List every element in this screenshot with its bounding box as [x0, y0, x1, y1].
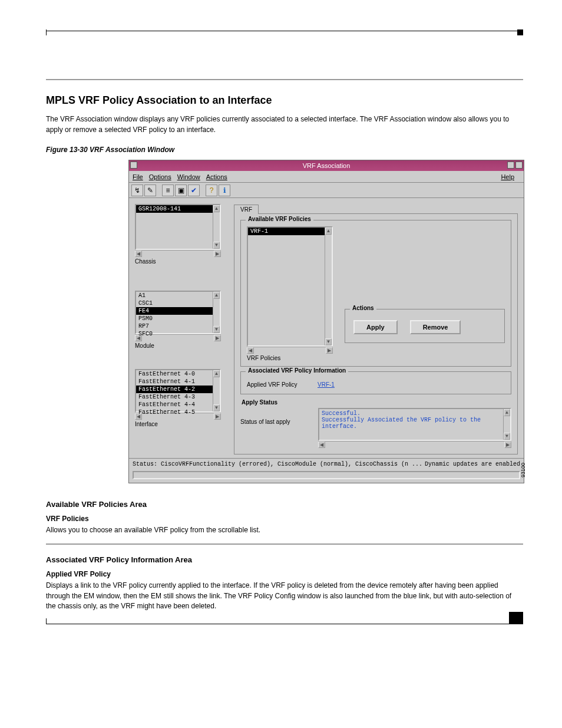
menu-file[interactable]: File	[133, 173, 143, 180]
scrollbar-vertical[interactable]: ▲▼	[213, 370, 220, 411]
list-item[interactable]: FastEthernet 4-2	[136, 386, 213, 393]
list-item[interactable]: FastEthernet 4-3	[136, 393, 213, 401]
tab-panel: Available VRF Policies VRF-1 ▲▼	[234, 213, 518, 454]
intro-paragraph: The VRF Association window displays any …	[46, 114, 523, 135]
list-item[interactable]: FE4	[136, 307, 213, 315]
toolbar-help-icon[interactable]: ?	[206, 185, 217, 196]
scrollbar-vertical[interactable]: ▲▼	[325, 228, 332, 345]
list-item[interactable]: SFC0	[136, 330, 213, 338]
field-label: Applied VRF Policy	[46, 570, 523, 578]
available-vrf-group: Available VRF Policies VRF-1 ▲▼	[240, 220, 511, 367]
list-item[interactable]: VRF-1	[248, 228, 325, 235]
chassis-listbox[interactable]: GSR12008-141 ▲▼	[135, 204, 221, 250]
statusbar: Status: CiscoVRFFunctionality (errored),…	[129, 458, 524, 470]
vrf-policies-listbox[interactable]: VRF-1 ▲▼	[247, 226, 333, 347]
module-listbox[interactable]: A1 CSC1 FE4 PSM0 RP7 SFC0 ▲▼	[135, 291, 221, 334]
status-line: Successful.	[322, 410, 502, 417]
group-legend: Associated VRF Policy Information	[246, 367, 348, 374]
toolbar-icon-4[interactable]: ▣	[175, 185, 187, 196]
maximize-icon[interactable]	[515, 162, 523, 169]
group-legend: Actions	[350, 305, 376, 311]
actions-group: Actions Apply Remove	[345, 309, 505, 343]
menubar: File Options Window Actions Help	[129, 171, 524, 183]
menu-window[interactable]: Window	[177, 173, 200, 180]
list-item[interactable]: RP7	[136, 322, 213, 330]
associated-vrf-area-heading: Associated VRF Policy Information Area	[46, 555, 523, 564]
statusbar-left: Status: CiscoVRFFunctionality (errored),…	[133, 461, 422, 467]
status-line: Successfully Associated the VRF policy t…	[322, 417, 502, 430]
status-last-apply-label: Status of last apply	[240, 408, 311, 425]
apply-button[interactable]: Apply	[353, 320, 398, 334]
figure-id: 93100	[520, 463, 526, 477]
list-item[interactable]: PSM0	[136, 315, 213, 322]
apply-status-heading: Apply Status	[242, 399, 511, 406]
group-legend: Available VRF Policies	[246, 216, 313, 222]
scrollbar-vertical[interactable]: ▲▼	[503, 409, 510, 440]
interface-label: Interface	[135, 421, 228, 427]
list-item[interactable]: A1	[136, 292, 213, 299]
scrollbar-horizontal[interactable]: ◀▶	[318, 441, 511, 448]
scrollbar-horizontal[interactable]: ◀▶	[247, 347, 333, 354]
scrollbar-vertical[interactable]: ▲▼	[213, 205, 220, 249]
remove-button[interactable]: Remove	[410, 320, 461, 334]
toolbar-icon-3[interactable]: ≡	[162, 185, 174, 196]
list-item[interactable]: FastEthernet 4-0	[136, 370, 213, 378]
window-titlebar[interactable]: VRF Association	[129, 160, 524, 171]
toolbar-info-icon[interactable]: ℹ	[219, 185, 230, 196]
list-item[interactable]: GSR12008-141	[136, 205, 213, 213]
module-label: Module	[135, 342, 228, 349]
minimize-icon[interactable]	[507, 162, 514, 169]
associated-vrf-group: Associated VRF Policy Information Applie…	[240, 371, 511, 394]
list-item[interactable]: FastEthernet 4-1	[136, 378, 213, 386]
toolbar-icon-2[interactable]: ✎	[144, 185, 156, 196]
chassis-label: Chassis	[135, 258, 228, 265]
status-textbox: Successful. Successfully Associated the …	[318, 408, 511, 441]
field-label: VRF Policies	[46, 515, 523, 523]
toolbar: ↯ ✎ ≡ ▣ ✔ ? ℹ	[129, 183, 524, 198]
figure-caption: Figure 13-30 VRF Association Window	[46, 146, 523, 154]
field-desc: Displays a link to the VRF policy curren…	[46, 581, 523, 611]
toolbar-icon-5[interactable]: ✔	[188, 185, 200, 196]
tab-vrf[interactable]: VRF	[234, 205, 259, 214]
scrollbar-vertical[interactable]: ▲▼	[213, 292, 220, 333]
scrollbar-horizontal[interactable]: ◀▶	[135, 250, 221, 257]
toolbar-icon-1[interactable]: ↯	[131, 185, 143, 196]
window-title: VRF Association	[303, 162, 351, 169]
field-desc: Allows you to choose an available VRF po…	[46, 525, 523, 535]
vrf-association-window: VRF Association File Options Window Acti…	[128, 160, 524, 483]
menu-actions[interactable]: Actions	[206, 173, 227, 180]
available-vrf-area-heading: Available VRF Policies Area	[46, 500, 523, 509]
list-item[interactable]: FastEthernet 4-5	[136, 409, 213, 416]
list-item[interactable]: FastEthernet 4-4	[136, 401, 213, 409]
progress-slot	[133, 471, 520, 479]
applied-vrf-label: Applied VRF Policy	[247, 381, 318, 388]
menu-options[interactable]: Options	[149, 173, 171, 180]
vrf-policies-label: VRF Policies	[247, 355, 333, 361]
interface-listbox[interactable]: FastEthernet 4-0 FastEthernet 4-1 FastEt…	[135, 369, 221, 413]
menu-help[interactable]: Help	[501, 173, 514, 180]
section-heading: MPLS VRF Policy Association to an Interf…	[46, 94, 523, 107]
list-item[interactable]: CSC1	[136, 299, 213, 307]
sysmenu-icon[interactable]	[130, 162, 137, 169]
statusbar-right: Dynamic updates are enabled	[425, 461, 520, 467]
applied-vrf-link[interactable]: VRF-1	[318, 381, 335, 388]
